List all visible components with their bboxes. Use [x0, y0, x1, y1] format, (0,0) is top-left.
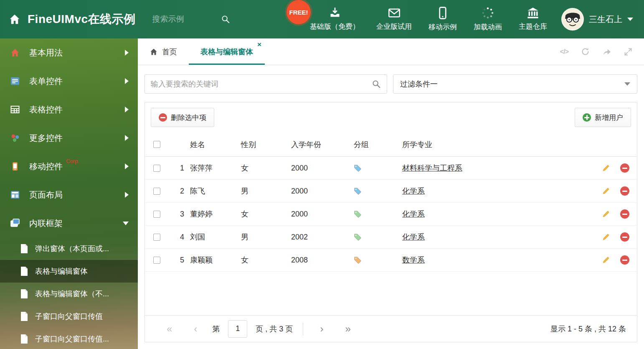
sidebar-item-label: 移动控件 — [29, 161, 63, 172]
user-menu[interactable]: 三生石上 — [561, 8, 644, 31]
close-icon[interactable]: × — [257, 41, 261, 48]
filter-select[interactable]: 过滤条件一 — [393, 74, 637, 94]
table-icon — [10, 104, 21, 115]
filter-select-value: 过滤条件一 — [400, 79, 438, 89]
sidebar-item-basic-usage[interactable]: 基本用法 — [0, 38, 138, 67]
fullscreen-icon[interactable] — [624, 48, 632, 56]
major-link[interactable]: 化学系 — [402, 187, 425, 195]
delete-icon[interactable] — [620, 209, 629, 219]
pagination-bar: « ‹ 第 页 , 共 3 页 › » 显示 1 - 5 条 , 共 12 条 — [145, 315, 637, 342]
sidebar-item-page-layout[interactable]: 页面布局 — [0, 181, 138, 209]
next-page-button[interactable]: › — [309, 324, 334, 334]
refresh-icon[interactable] — [581, 47, 590, 56]
sidebar-item-label: 更多控件 — [29, 132, 63, 144]
search-icon[interactable] — [221, 15, 230, 24]
nav-item-basic-edition[interactable]: 基础版（免费） — [310, 7, 360, 31]
table-row: 3 董婷婷 女 2000 化学系 — [145, 203, 637, 226]
mobile-icon — [10, 161, 21, 172]
sidebar-subitem-table-edit-window[interactable]: 表格与编辑窗体 — [0, 260, 138, 283]
major-link[interactable]: 材料科学与工程系 — [402, 164, 462, 172]
tab-table-edit-window[interactable]: 表格与编辑窗体 × — [189, 38, 265, 65]
cell-gender: 女 — [239, 163, 289, 173]
header-search-input[interactable] — [152, 15, 215, 24]
home-icon — [8, 13, 21, 25]
edit-icon[interactable] — [602, 187, 610, 195]
page-content: 过滤条件一 删除选中项 新增用户 — [138, 65, 644, 349]
tab-label: 首页 — [162, 47, 177, 57]
add-user-button[interactable]: 新增用户 — [575, 108, 631, 127]
nav-item-label: 主题仓库 — [519, 22, 547, 31]
delete-selected-button[interactable]: 删除选中项 — [151, 108, 214, 127]
column-header-year: 入学年份 — [289, 140, 352, 150]
app: FineUIMvc在线示例 FREE! 基础版（免费） 企业版试用 — [0, 0, 644, 349]
select-all-checkbox[interactable] — [153, 141, 160, 148]
chevron-right-icon — [125, 192, 129, 198]
sidebar-item-mobile-controls[interactable]: 移动控件 Corp. — [0, 152, 138, 181]
delete-icon[interactable] — [620, 186, 629, 196]
home-icon — [10, 47, 21, 58]
button-label: 删除选中项 — [171, 113, 206, 122]
app-title: FineUIMvc在线示例 — [28, 11, 136, 27]
tag-icon — [354, 233, 399, 241]
cell-name: 张萍萍 — [188, 163, 239, 173]
header-search[interactable] — [152, 15, 230, 24]
user-name: 三生石上 — [589, 14, 622, 25]
row-checkbox[interactable] — [153, 165, 160, 172]
last-page-button[interactable]: » — [334, 324, 361, 334]
row-checkbox[interactable] — [153, 211, 160, 218]
page-input[interactable] — [228, 320, 247, 338]
filter-row: 过滤条件一 — [145, 74, 637, 94]
delete-icon[interactable] — [620, 163, 629, 173]
search-icon[interactable] — [372, 79, 381, 89]
nav-item-mobile-demo[interactable]: 移动示例 — [428, 7, 457, 32]
delete-icon[interactable] — [620, 232, 629, 242]
keyword-search — [145, 74, 387, 94]
major-link[interactable]: 化学系 — [402, 210, 425, 218]
home-icon — [150, 48, 158, 56]
nav-item-label: 基础版（免费） — [310, 22, 360, 31]
first-page-button[interactable]: « — [156, 324, 183, 334]
sidebar-subitem-child-to-parent[interactable]: 子窗口向父窗口传值 — [0, 305, 138, 328]
cell-gender: 女 — [239, 209, 289, 219]
sidebar-subitem-popup-window[interactable]: 弹出窗体（本页面或... — [0, 237, 138, 260]
file-icon — [20, 244, 28, 254]
sidebar-item-inline-frame[interactable]: 内联框架 — [0, 209, 138, 237]
share-icon[interactable] — [602, 48, 611, 56]
free-badge: FREE! — [287, 0, 311, 24]
sidebar-subitem-child-to-parent-alt[interactable]: 子窗口向父窗口传值... — [0, 328, 138, 349]
edit-icon[interactable] — [602, 210, 610, 218]
nav-item-theme-repo[interactable]: 主题仓库 — [519, 7, 547, 31]
table-row: 2 陈飞 男 2000 化学系 — [145, 180, 637, 203]
nav-item-loading-animation[interactable]: 加载动画 — [474, 7, 502, 32]
table-row: 5 康颖颖 女 2008 数学系 — [145, 249, 637, 272]
source-code-icon[interactable]: </> — [560, 48, 568, 56]
sidebar-subitem-table-edit-window-alt[interactable]: 表格与编辑窗体（不... — [0, 283, 138, 305]
row-checkbox[interactable] — [153, 257, 160, 264]
brand[interactable]: FineUIMvc在线示例 — [0, 11, 136, 27]
nav-item-enterprise-trial[interactable]: 企业版试用 — [376, 7, 412, 31]
chevron-right-icon — [125, 78, 129, 84]
sidebar-item-more-controls[interactable]: 更多控件 — [0, 124, 138, 152]
edit-icon[interactable] — [602, 256, 610, 264]
edit-icon[interactable] — [602, 233, 610, 241]
keyword-search-input[interactable] — [151, 80, 368, 89]
major-link[interactable]: 数学系 — [402, 256, 425, 264]
major-link[interactable]: 化学系 — [402, 233, 425, 241]
sidebar-item-form-controls[interactable]: 表单控件 — [0, 67, 138, 95]
prev-page-button[interactable]: ‹ — [183, 324, 208, 334]
chevron-right-icon — [125, 107, 129, 112]
delete-icon[interactable] — [620, 255, 629, 265]
page-suffix: 页 , 共 3 页 — [251, 324, 297, 334]
edit-icon[interactable] — [602, 164, 610, 172]
cell-name: 陈飞 — [188, 186, 239, 196]
sidebar-item-table-controls[interactable]: 表格控件 — [0, 95, 138, 124]
tag-icon — [354, 256, 399, 264]
header-nav: 基础版（免费） 企业版试用 移动示例 — [310, 7, 561, 32]
row-checkbox[interactable] — [153, 188, 160, 195]
bank-icon — [527, 7, 539, 19]
row-checkbox[interactable] — [153, 234, 160, 241]
tab-home[interactable]: 首页 — [138, 38, 189, 65]
column-header-name: 姓名 — [188, 140, 239, 150]
sidebar-item-label: 页面布局 — [29, 189, 63, 201]
corp-badge: Corp. — [66, 158, 79, 164]
